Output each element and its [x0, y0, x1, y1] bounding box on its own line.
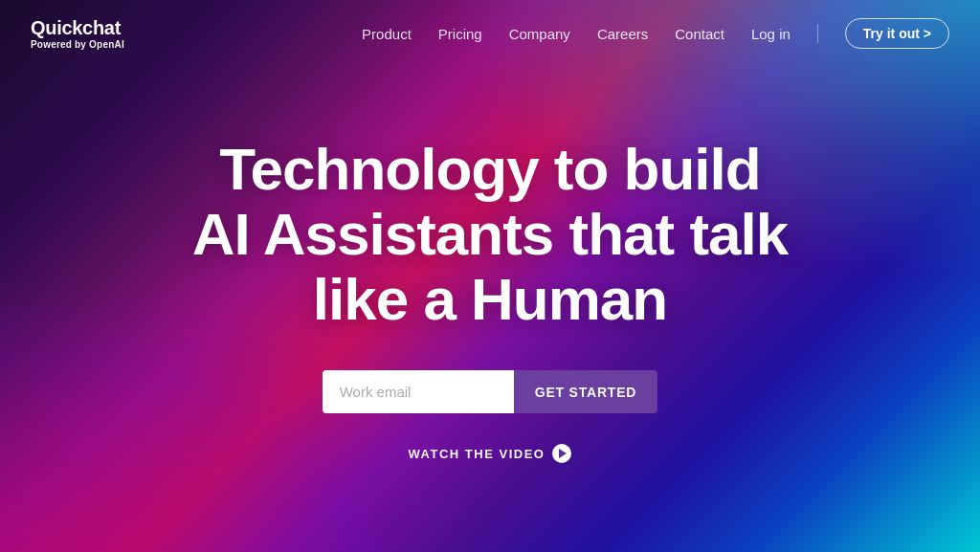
- hero-title: Technology to build AI Assistants that t…: [192, 137, 788, 333]
- hero-title-line1: Technology to build: [219, 136, 760, 202]
- hero-title-line3: like a Human: [313, 266, 667, 332]
- hero-section: Quickchat Powered by OpenAI Product Pric…: [0, 0, 980, 552]
- navbar: Quickchat Powered by OpenAI Product Pric…: [0, 0, 980, 67]
- hero-content: Technology to build AI Assistants that t…: [192, 67, 788, 552]
- nav-login[interactable]: Log in: [751, 26, 791, 42]
- get-started-button[interactable]: GET STARTED: [514, 370, 658, 413]
- play-icon: [552, 444, 571, 463]
- cta-row: GET STARTED: [323, 370, 658, 413]
- nav-careers[interactable]: Careers: [597, 26, 648, 42]
- hero-title-line2: AI Assistants that talk: [192, 201, 788, 267]
- nav-contact[interactable]: Contact: [675, 26, 724, 42]
- nav-divider: [817, 24, 818, 43]
- nav-pricing[interactable]: Pricing: [438, 26, 482, 42]
- play-triangle: [559, 449, 567, 458]
- logo: Quickchat Powered by OpenAI: [31, 17, 124, 50]
- logo-powered: Powered by OpenAI: [31, 39, 124, 50]
- email-input[interactable]: [323, 370, 514, 413]
- watch-video-label: WATCH THE VIDEO: [409, 447, 546, 461]
- logo-name: Quickchat: [31, 17, 124, 39]
- try-it-out-button[interactable]: Try it out >: [845, 18, 949, 49]
- watch-video-button[interactable]: WATCH THE VIDEO: [409, 444, 572, 463]
- nav-links: Product Pricing Company Careers Contact …: [362, 18, 949, 49]
- nav-company[interactable]: Company: [509, 26, 570, 42]
- nav-product[interactable]: Product: [362, 26, 412, 42]
